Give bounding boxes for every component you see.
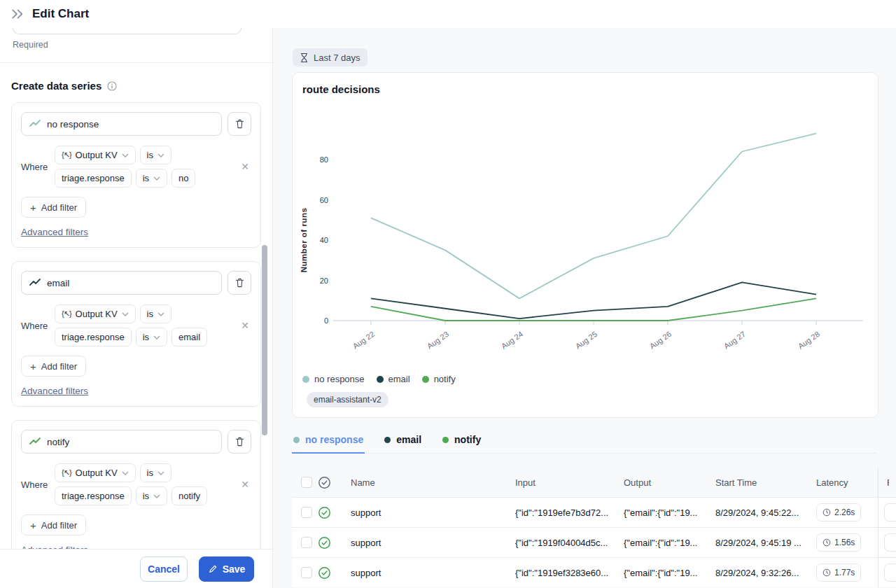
success-check-icon [318,566,331,580]
remove-filter-button[interactable]: ✕ [239,320,251,331]
svg-text:Aug 22: Aug 22 [351,330,376,351]
trash-icon [234,436,245,447]
filter-operator-dropdown[interactable]: is [140,304,172,323]
sidebar-scrollbar[interactable] [262,245,267,435]
series-card: notify Where {↖}Output KV is triage.resp… [11,420,261,549]
table-row[interactable]: support {"id":"1919ef3283e60... {"email"… [292,557,896,587]
add-filter-button[interactable]: +Add filter [21,356,86,377]
delete-series-button[interactable] [227,271,251,295]
run-start-time: 8/29/2024, 9:45:19 ... [715,538,816,548]
select-all-checkbox[interactable] [301,477,312,488]
chevron-down-icon [122,471,129,475]
row-checkbox[interactable] [301,567,312,578]
where-label: Where [21,162,50,172]
svg-text:40: 40 [320,236,328,244]
svg-text:Aug 28: Aug 28 [797,330,821,351]
svg-text:80: 80 [320,155,328,164]
series-card: email Where {↖}Output KV is triage.respo… [11,261,261,407]
filter-key-operator-dropdown[interactable]: is [136,328,167,346]
filter-field-dropdown[interactable]: {↖}Output KV [55,146,136,164]
section-divider [0,62,272,63]
run-output: {"email":{"id":"19... [624,538,715,548]
model-tag[interactable]: email-assistant-v2 [307,392,388,407]
table-row[interactable]: support {"id":"1919efe7b3d72... {"email"… [292,497,896,527]
remove-filter-button[interactable]: ✕ [239,161,251,172]
clipped-cell [884,503,896,522]
required-hint: Required [13,40,272,50]
filter-field-dropdown[interactable]: {↖}Output KV [55,304,136,323]
filter-operator-dropdown[interactable]: is [140,463,172,482]
latency-badge: 2.26s [816,503,861,522]
series-name-input[interactable]: notify [21,430,222,454]
create-data-series-title: Create data series [11,80,102,92]
latency-badge: 1.56s [816,533,861,552]
time-range-badge[interactable]: Last 7 days [293,48,368,66]
tab-email[interactable]: email [383,434,423,454]
run-start-time: 8/29/2024, 9:45:22... [715,507,816,518]
filter-operator-dropdown[interactable]: is [140,146,172,164]
run-name: support [351,507,515,518]
row-checkbox[interactable] [301,537,312,548]
row-checkbox[interactable] [301,507,312,518]
column-header-output[interactable]: Output [624,477,715,488]
line-series-icon [29,438,41,446]
svg-text:Aug 25: Aug 25 [574,330,598,351]
advanced-filters-link[interactable]: Advanced filters [21,227,88,237]
tab-notify[interactable]: notify [441,434,482,454]
column-header-latency[interactable]: Latency [816,477,878,488]
tab-no-response[interactable]: no response [292,434,365,454]
delete-series-button[interactable] [227,430,251,454]
hourglass-icon [300,52,309,63]
run-input: {"id":"1919efe7b3d72... [515,507,624,518]
table-row[interactable]: support {"id":"1919f04004d5c... {"email"… [292,527,896,557]
column-header-start-time[interactable]: Start Time [715,477,816,488]
legend-dot [302,376,309,383]
app-header: Edit Chart [0,0,896,28]
legend-item[interactable]: email [377,374,410,384]
clock-icon [822,508,831,517]
filter-key-operator-dropdown[interactable]: is [136,169,167,188]
filter-value-chip[interactable]: email [172,328,207,346]
legend-item[interactable]: no response [302,374,365,384]
filter-key-chip[interactable]: triage.response [55,169,132,188]
filter-field-dropdown[interactable]: {↖}Output KV [55,463,136,482]
partial-input-field[interactable] [13,28,241,34]
filter-key-operator-dropdown[interactable]: is [136,486,167,505]
remove-filter-button[interactable]: ✕ [239,479,251,490]
filter-value-chip[interactable]: notify [172,486,207,505]
kv-icon: {↖} [62,468,71,477]
run-input: {"id":"1919ef3283e60... [515,568,624,578]
svg-text:Aug 26: Aug 26 [648,330,673,351]
column-header-input[interactable]: Input [515,477,624,488]
advanced-filters-link[interactable]: Advanced filters [21,386,88,396]
latency-badge: 1.77s [816,564,861,582]
cancel-button[interactable]: Cancel [140,556,188,582]
legend-item[interactable]: notify [422,374,456,384]
series-name-input[interactable]: email [21,271,222,295]
chevron-down-icon [158,312,164,316]
add-filter-button[interactable]: +Add filter [21,197,86,218]
column-header-name[interactable]: Name [351,477,515,488]
filter-key-chip[interactable]: triage.response [55,486,132,505]
filter-key-chip[interactable]: triage.response [55,328,132,346]
delete-series-button[interactable] [227,112,251,136]
add-filter-button[interactable]: +Add filter [21,514,86,536]
pencil-icon [208,564,218,574]
info-icon[interactable] [107,81,117,91]
svg-text:Aug 23: Aug 23 [426,330,450,351]
plus-icon: + [30,360,36,372]
svg-text:20: 20 [320,276,328,285]
line-series-icon [29,279,41,287]
run-output: {"email":{"id":"19... [624,568,715,578]
double-chevron-right-icon[interactable] [11,9,24,19]
run-start-time: 8/29/2024, 9:32:26... [715,568,816,578]
where-label: Where [21,321,50,331]
series-name-input[interactable]: no response [21,112,222,136]
series-tabs: no response email notify [292,434,877,454]
clipped-column: F [878,468,896,497]
runs-table: Name Input Output Start Time Latency F s… [292,468,896,588]
filter-value-chip[interactable]: no [172,169,195,188]
clock-icon [822,538,831,547]
run-output: {"email":{"id":"19... [624,507,715,518]
save-button[interactable]: Save [199,556,254,582]
